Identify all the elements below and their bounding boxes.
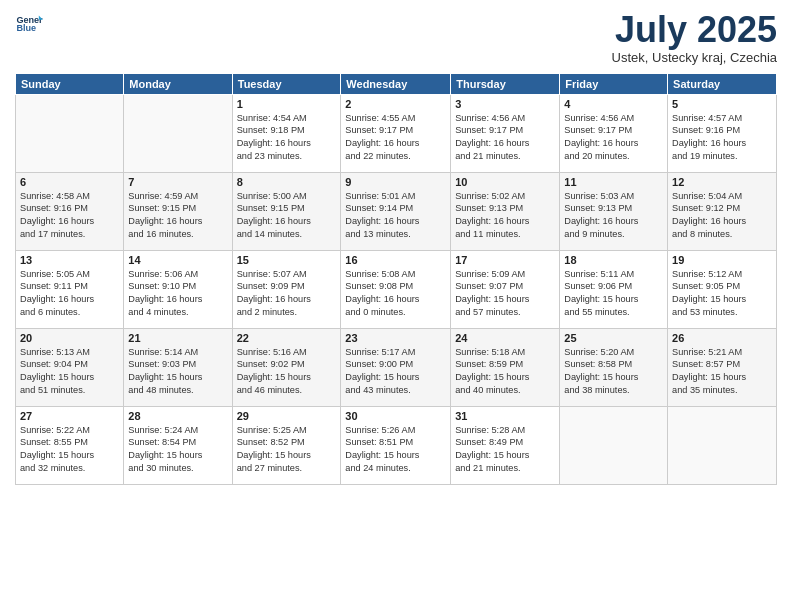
day-info: Sunrise: 5:02 AM Sunset: 9:13 PM Dayligh… [455, 190, 555, 242]
day-number: 2 [345, 98, 446, 110]
calendar-cell: 15Sunrise: 5:07 AM Sunset: 9:09 PM Dayli… [232, 250, 341, 328]
day-info: Sunrise: 5:21 AM Sunset: 8:57 PM Dayligh… [672, 346, 772, 398]
calendar-cell: 16Sunrise: 5:08 AM Sunset: 9:08 PM Dayli… [341, 250, 451, 328]
calendar-cell: 30Sunrise: 5:26 AM Sunset: 8:51 PM Dayli… [341, 406, 451, 484]
calendar-cell: 19Sunrise: 5:12 AM Sunset: 9:05 PM Dayli… [668, 250, 777, 328]
calendar-week-5: 27Sunrise: 5:22 AM Sunset: 8:55 PM Dayli… [16, 406, 777, 484]
day-info: Sunrise: 5:12 AM Sunset: 9:05 PM Dayligh… [672, 268, 772, 320]
calendar-body: 1Sunrise: 4:54 AM Sunset: 9:18 PM Daylig… [16, 94, 777, 484]
calendar-cell: 3Sunrise: 4:56 AM Sunset: 9:17 PM Daylig… [451, 94, 560, 172]
calendar-cell: 27Sunrise: 5:22 AM Sunset: 8:55 PM Dayli… [16, 406, 124, 484]
calendar-week-4: 20Sunrise: 5:13 AM Sunset: 9:04 PM Dayli… [16, 328, 777, 406]
day-info: Sunrise: 5:05 AM Sunset: 9:11 PM Dayligh… [20, 268, 119, 320]
calendar-cell: 13Sunrise: 5:05 AM Sunset: 9:11 PM Dayli… [16, 250, 124, 328]
day-number: 26 [672, 332, 772, 344]
day-number: 12 [672, 176, 772, 188]
day-info: Sunrise: 5:20 AM Sunset: 8:58 PM Dayligh… [564, 346, 663, 398]
header-tuesday: Tuesday [232, 73, 341, 94]
day-number: 10 [455, 176, 555, 188]
day-number: 16 [345, 254, 446, 266]
day-info: Sunrise: 5:11 AM Sunset: 9:06 PM Dayligh… [564, 268, 663, 320]
day-number: 19 [672, 254, 772, 266]
day-info: Sunrise: 4:54 AM Sunset: 9:18 PM Dayligh… [237, 112, 337, 164]
calendar-cell: 1Sunrise: 4:54 AM Sunset: 9:18 PM Daylig… [232, 94, 341, 172]
calendar-cell: 20Sunrise: 5:13 AM Sunset: 9:04 PM Dayli… [16, 328, 124, 406]
location: Ustek, Ustecky kraj, Czechia [612, 50, 777, 65]
day-number: 6 [20, 176, 119, 188]
day-number: 17 [455, 254, 555, 266]
title-block: July 2025 Ustek, Ustecky kraj, Czechia [612, 10, 777, 65]
day-number: 28 [128, 410, 227, 422]
day-info: Sunrise: 5:08 AM Sunset: 9:08 PM Dayligh… [345, 268, 446, 320]
day-number: 3 [455, 98, 555, 110]
day-info: Sunrise: 4:57 AM Sunset: 9:16 PM Dayligh… [672, 112, 772, 164]
calendar-cell: 4Sunrise: 4:56 AM Sunset: 9:17 PM Daylig… [560, 94, 668, 172]
day-number: 15 [237, 254, 337, 266]
day-number: 31 [455, 410, 555, 422]
month-title: July 2025 [612, 10, 777, 50]
calendar-cell [560, 406, 668, 484]
header-sunday: Sunday [16, 73, 124, 94]
header-friday: Friday [560, 73, 668, 94]
day-number: 21 [128, 332, 227, 344]
day-number: 27 [20, 410, 119, 422]
day-number: 22 [237, 332, 337, 344]
day-info: Sunrise: 5:13 AM Sunset: 9:04 PM Dayligh… [20, 346, 119, 398]
day-number: 7 [128, 176, 227, 188]
calendar-cell: 31Sunrise: 5:28 AM Sunset: 8:49 PM Dayli… [451, 406, 560, 484]
calendar-cell: 6Sunrise: 4:58 AM Sunset: 9:16 PM Daylig… [16, 172, 124, 250]
calendar-cell: 17Sunrise: 5:09 AM Sunset: 9:07 PM Dayli… [451, 250, 560, 328]
calendar-cell: 10Sunrise: 5:02 AM Sunset: 9:13 PM Dayli… [451, 172, 560, 250]
calendar-week-3: 13Sunrise: 5:05 AM Sunset: 9:11 PM Dayli… [16, 250, 777, 328]
day-info: Sunrise: 5:17 AM Sunset: 9:00 PM Dayligh… [345, 346, 446, 398]
day-info: Sunrise: 5:06 AM Sunset: 9:10 PM Dayligh… [128, 268, 227, 320]
day-number: 5 [672, 98, 772, 110]
day-number: 13 [20, 254, 119, 266]
calendar-cell: 5Sunrise: 4:57 AM Sunset: 9:16 PM Daylig… [668, 94, 777, 172]
day-number: 18 [564, 254, 663, 266]
calendar-cell: 23Sunrise: 5:17 AM Sunset: 9:00 PM Dayli… [341, 328, 451, 406]
calendar-week-2: 6Sunrise: 4:58 AM Sunset: 9:16 PM Daylig… [16, 172, 777, 250]
calendar-cell: 22Sunrise: 5:16 AM Sunset: 9:02 PM Dayli… [232, 328, 341, 406]
calendar-cell: 21Sunrise: 5:14 AM Sunset: 9:03 PM Dayli… [124, 328, 232, 406]
day-info: Sunrise: 4:56 AM Sunset: 9:17 PM Dayligh… [455, 112, 555, 164]
calendar-cell: 26Sunrise: 5:21 AM Sunset: 8:57 PM Dayli… [668, 328, 777, 406]
day-info: Sunrise: 5:22 AM Sunset: 8:55 PM Dayligh… [20, 424, 119, 476]
day-info: Sunrise: 5:01 AM Sunset: 9:14 PM Dayligh… [345, 190, 446, 242]
day-number: 8 [237, 176, 337, 188]
day-number: 23 [345, 332, 446, 344]
day-info: Sunrise: 5:09 AM Sunset: 9:07 PM Dayligh… [455, 268, 555, 320]
day-info: Sunrise: 4:56 AM Sunset: 9:17 PM Dayligh… [564, 112, 663, 164]
day-number: 9 [345, 176, 446, 188]
calendar: Sunday Monday Tuesday Wednesday Thursday… [15, 73, 777, 485]
logo-icon: General Blue [15, 10, 43, 38]
day-number: 1 [237, 98, 337, 110]
page: General Blue General Blue July 2025 Uste… [0, 0, 792, 612]
day-info: Sunrise: 4:58 AM Sunset: 9:16 PM Dayligh… [20, 190, 119, 242]
calendar-cell [124, 94, 232, 172]
header-monday: Monday [124, 73, 232, 94]
calendar-cell: 7Sunrise: 4:59 AM Sunset: 9:15 PM Daylig… [124, 172, 232, 250]
day-info: Sunrise: 5:25 AM Sunset: 8:52 PM Dayligh… [237, 424, 337, 476]
calendar-cell [668, 406, 777, 484]
day-info: Sunrise: 5:04 AM Sunset: 9:12 PM Dayligh… [672, 190, 772, 242]
calendar-cell: 2Sunrise: 4:55 AM Sunset: 9:17 PM Daylig… [341, 94, 451, 172]
day-info: Sunrise: 4:59 AM Sunset: 9:15 PM Dayligh… [128, 190, 227, 242]
calendar-header: Sunday Monday Tuesday Wednesday Thursday… [16, 73, 777, 94]
calendar-week-1: 1Sunrise: 4:54 AM Sunset: 9:18 PM Daylig… [16, 94, 777, 172]
logo: General Blue General Blue [15, 10, 43, 38]
day-info: Sunrise: 5:16 AM Sunset: 9:02 PM Dayligh… [237, 346, 337, 398]
calendar-cell: 28Sunrise: 5:24 AM Sunset: 8:54 PM Dayli… [124, 406, 232, 484]
calendar-cell: 12Sunrise: 5:04 AM Sunset: 9:12 PM Dayli… [668, 172, 777, 250]
day-info: Sunrise: 5:18 AM Sunset: 8:59 PM Dayligh… [455, 346, 555, 398]
header-saturday: Saturday [668, 73, 777, 94]
day-number: 25 [564, 332, 663, 344]
day-number: 24 [455, 332, 555, 344]
day-info: Sunrise: 4:55 AM Sunset: 9:17 PM Dayligh… [345, 112, 446, 164]
calendar-cell: 25Sunrise: 5:20 AM Sunset: 8:58 PM Dayli… [560, 328, 668, 406]
day-number: 14 [128, 254, 227, 266]
calendar-cell [16, 94, 124, 172]
calendar-cell: 11Sunrise: 5:03 AM Sunset: 9:13 PM Dayli… [560, 172, 668, 250]
calendar-cell: 14Sunrise: 5:06 AM Sunset: 9:10 PM Dayli… [124, 250, 232, 328]
day-info: Sunrise: 5:03 AM Sunset: 9:13 PM Dayligh… [564, 190, 663, 242]
